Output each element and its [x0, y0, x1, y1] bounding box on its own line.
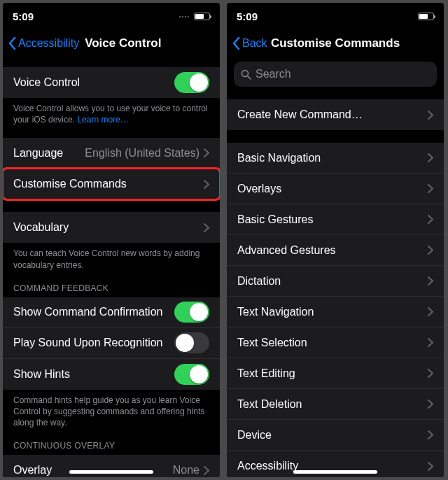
- cell-label: Voice Control: [13, 76, 174, 89]
- home-indicator[interactable]: [69, 470, 153, 474]
- category-row[interactable]: Basic Gestures: [227, 204, 444, 235]
- chevron-left-icon: [8, 37, 16, 50]
- voice-control-toggle-row[interactable]: Voice Control: [3, 67, 220, 98]
- status-battery: [418, 13, 434, 20]
- svg-line-1: [248, 76, 251, 79]
- svg-point-0: [242, 70, 248, 76]
- category-row[interactable]: Text Editing: [227, 358, 444, 389]
- cell-value: None: [173, 464, 200, 477]
- feedback-header: COMMAND FEEDBACK: [3, 283, 220, 297]
- chevron-right-icon: [428, 369, 433, 378]
- hints-footer: Command hints help guide you as you lear…: [3, 390, 220, 429]
- back-label: Accessibility: [18, 37, 79, 50]
- cell-label: Text Deletion: [237, 398, 428, 411]
- chevron-right-icon: [428, 430, 433, 439]
- chevron-right-icon: [204, 466, 209, 475]
- cell-label: Basic Navigation: [237, 152, 428, 164]
- settings-scroll[interactable]: Voice Control Voice Control allows you t…: [3, 57, 220, 477]
- cell-label: Text Navigation: [237, 306, 428, 318]
- show-confirmation-toggle[interactable]: [174, 302, 209, 323]
- cell-label: Show Hints: [13, 368, 174, 381]
- category-row[interactable]: Text Deletion: [227, 389, 444, 420]
- learn-more-link[interactable]: Learn more…: [77, 115, 128, 125]
- cell-value: English (United States): [85, 147, 200, 160]
- phone-customise-commands: 5:09 Back Customise Commands Search Crea…: [227, 3, 444, 477]
- play-sound-row[interactable]: Play Sound Upon Recognition: [3, 328, 220, 359]
- home-indicator[interactable]: [293, 470, 377, 474]
- cell-label: Text Selection: [237, 337, 428, 349]
- chevron-right-icon: [428, 153, 433, 162]
- cell-label: Overlays: [237, 183, 428, 195]
- chevron-right-icon: [204, 223, 209, 232]
- show-confirmation-row[interactable]: Show Command Confirmation: [3, 297, 220, 328]
- status-time: 5:09: [237, 10, 258, 22]
- cell-label: Vocabulary: [13, 221, 204, 234]
- cell-label: Basic Gestures: [237, 213, 428, 226]
- nav-title: Voice Control: [85, 36, 161, 50]
- chevron-right-icon: [428, 400, 433, 409]
- overlay-header: CONTINUOUS OVERLAY: [3, 441, 220, 455]
- category-row[interactable]: Advanced Gestures: [227, 235, 444, 266]
- cell-label: Device: [237, 429, 428, 442]
- voice-control-toggle[interactable]: [174, 72, 209, 93]
- phone-voice-control: 5:09 •••• Accessibility Voice Control Vo…: [3, 3, 220, 477]
- category-row[interactable]: Basic Navigation: [227, 143, 444, 174]
- category-row[interactable]: Dictation: [227, 266, 444, 297]
- search-placeholder: Search: [255, 68, 291, 80]
- chevron-right-icon: [428, 246, 433, 255]
- voice-control-footer: Voice Control allows you to use your voi…: [3, 98, 220, 125]
- customise-commands-row[interactable]: Customise Commands: [3, 169, 220, 199]
- chevron-right-icon: [428, 462, 433, 471]
- vocabulary-footer: You can teach Voice Control new words by…: [3, 243, 220, 270]
- nav-title: Customise Commands: [227, 36, 444, 50]
- status-bar: 5:09: [227, 3, 444, 29]
- show-hints-toggle[interactable]: [174, 364, 209, 385]
- language-row[interactable]: Language English (United States): [3, 138, 220, 169]
- chevron-right-icon: [428, 184, 433, 193]
- cell-label: Create New Command…: [237, 108, 428, 121]
- category-row[interactable]: Overlays: [227, 174, 444, 204]
- chevron-right-icon: [204, 180, 209, 189]
- create-command-row[interactable]: Create New Command…: [227, 99, 444, 130]
- show-hints-row[interactable]: Show Hints: [3, 359, 220, 390]
- status-bar: 5:09 ••••: [3, 3, 220, 29]
- category-row[interactable]: Text Selection: [227, 327, 444, 358]
- cell-label: Customise Commands: [13, 178, 204, 190]
- status-battery: ••••: [179, 13, 210, 20]
- chevron-right-icon: [428, 111, 433, 120]
- chevron-right-icon: [204, 148, 209, 157]
- cell-label: Language: [13, 147, 85, 160]
- search-icon: [241, 69, 251, 80]
- cell-label: Show Command Confirmation: [13, 306, 174, 318]
- category-row[interactable]: Device: [227, 420, 444, 451]
- cell-label: Play Sound Upon Recognition: [13, 337, 174, 349]
- chevron-right-icon: [428, 215, 433, 224]
- chevron-right-icon: [428, 338, 433, 347]
- chevron-right-icon: [428, 307, 433, 316]
- chevron-right-icon: [428, 276, 433, 285]
- cell-label: Text Editing: [237, 367, 428, 380]
- vocabulary-row[interactable]: Vocabulary: [3, 212, 220, 243]
- back-button[interactable]: Accessibility: [8, 37, 79, 50]
- commands-scroll[interactable]: Create New Command… Basic NavigationOver…: [227, 87, 444, 477]
- search-field[interactable]: Search: [234, 62, 437, 87]
- status-time: 5:09: [13, 10, 34, 22]
- cell-label: Advanced Gestures: [237, 244, 428, 257]
- play-sound-toggle[interactable]: [174, 332, 209, 353]
- cell-label: Dictation: [237, 275, 428, 288]
- overlay-row[interactable]: Overlay None: [3, 455, 220, 477]
- category-row[interactable]: Text Navigation: [227, 297, 444, 327]
- nav-bar: Accessibility Voice Control: [3, 29, 220, 57]
- nav-bar: Back Customise Commands: [227, 29, 444, 57]
